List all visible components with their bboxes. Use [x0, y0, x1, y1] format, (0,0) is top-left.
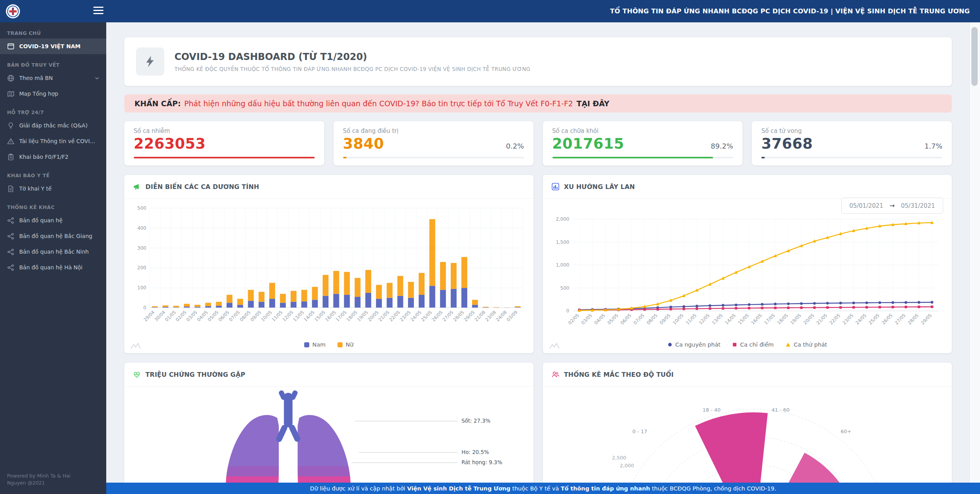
svg-text:500: 500	[137, 205, 146, 211]
chart-body: 0 - 1718 - 4041 - 6060+2,5002,000	[543, 387, 952, 494]
stat-value: 37668	[761, 135, 813, 152]
chart-body: 05001,0001,5002,00002/0503/0504/0505/050…	[543, 199, 952, 341]
bar-graph-icon	[552, 183, 559, 191]
svg-text:17/05: 17/05	[335, 309, 348, 322]
sidebar: TRANG CHỦCOVID-19 VIỆT NAMBẢN ĐỒ TRUY VẾ…	[0, 22, 106, 494]
sidebar-item[interactable]: COVID-19 VIỆT NAM	[0, 38, 106, 54]
share-icon	[7, 232, 15, 240]
chevron-down-icon	[95, 76, 99, 80]
chart-body: Sốt: 27.3%Ho: 20.5%Rát họng: 9.3%	[124, 387, 534, 494]
sidebar-item[interactable]: Bản đồ quan hệ Bắc Ninh	[0, 244, 106, 260]
legend-item[interactable]: Ca thứ phát	[786, 341, 827, 348]
sidebar-item[interactable]: Tài liệu Thông tin về COVID19	[0, 133, 106, 149]
footer-text: Dữ liệu được xử lí và cập nhật bởi	[310, 485, 407, 492]
sidebar-item[interactable]: Theo mã BN	[0, 70, 106, 86]
alert-report-link[interactable]: TẠI ĐÂY	[577, 99, 610, 108]
svg-text:11/05: 11/05	[270, 309, 283, 322]
document-icon	[7, 185, 15, 193]
svg-text:04/05: 04/05	[196, 309, 209, 322]
svg-text:18/05: 18/05	[776, 312, 789, 325]
svg-text:16/05: 16/05	[324, 309, 337, 322]
svg-text:19/05: 19/05	[789, 312, 802, 325]
top-header: TỔ THÔNG TIN ĐÁP ỨNG NHANH BCĐQG PC DỊCH…	[0, 0, 980, 22]
stat-percent: 0.2%	[506, 142, 524, 150]
svg-text:07/05: 07/05	[228, 309, 241, 322]
page-subtitle: THỐNG KÊ ĐỘC QUYỀN THUỘC TỔ THÔNG TIN ĐÁ…	[174, 66, 530, 72]
people-icon	[552, 370, 559, 378]
sidebar-item[interactable]: Tờ khai Y tế	[0, 181, 106, 196]
positive-cases-chart-card: DIỄN BIẾN CÁC CA DƯƠNG TÍNH 010020030040…	[124, 175, 534, 353]
chart-title: THỐNG KÊ MẮC THEO ĐỘ TUỔI	[564, 371, 674, 378]
chart-watermark-icon	[131, 342, 141, 349]
top-charts-row: DIỄN BIẾN CÁC CA DƯƠNG TÍNH 010020030040…	[124, 175, 952, 353]
stat-card: Số ca tử vong376681.7%	[752, 121, 952, 165]
svg-text:0: 0	[566, 308, 569, 314]
sidebar-section-title: BẢN ĐỒ TRUY VẾT	[0, 62, 106, 68]
sidebar-item-label: Tờ khai Y tế	[19, 185, 52, 192]
svg-text:25/05: 25/05	[867, 312, 880, 325]
stat-card: Số ca nhiễm2263053	[124, 121, 324, 165]
scrollbar-thumb[interactable]	[971, 27, 978, 86]
svg-text:09/05: 09/05	[658, 312, 671, 325]
svg-text:Ho: 20.5%: Ho: 20.5%	[461, 449, 489, 455]
svg-text:60+: 60+	[840, 429, 851, 434]
svg-text:23/05: 23/05	[399, 309, 412, 322]
footer-text: thuộc BCĐQG Phòng, chống dịch COVID-19.	[650, 485, 776, 492]
svg-text:17/05: 17/05	[763, 312, 776, 325]
stat-value: 3840	[343, 135, 384, 152]
sidebar-item[interactable]: Bản đồ quan hệ Bắc Giang	[0, 228, 106, 244]
stat-value: 2263053	[134, 135, 206, 152]
age-groups-polar-chart: 0 - 1718 - 4041 - 6060+2,5002,000	[550, 390, 945, 494]
svg-text:23/08: 23/08	[484, 309, 497, 322]
svg-text:10/05: 10/05	[260, 309, 273, 322]
chart-card-header: XU HƯỚNG LÂY LAN	[543, 175, 952, 199]
footer-bold-taskforce: Tổ thông tin đáp ứng nhanh	[561, 485, 650, 492]
sidebar-item[interactable]: Giải đáp thắc mắc (Q&A)	[0, 118, 106, 133]
chart-card-header: DIỄN BIẾN CÁC CA DƯƠNG TÍNH	[124, 175, 534, 199]
chart-title: XU HƯỚNG LÂY LAN	[564, 183, 635, 191]
svg-text:24/08: 24/08	[495, 309, 508, 322]
svg-text:22/05: 22/05	[388, 309, 401, 322]
header-brand-title: TỔ THÔNG TIN ĐÁP ỨNG NHANH BCĐQG PC DỊCH…	[610, 7, 980, 15]
range-start-date: 05/01/2021	[849, 202, 883, 209]
svg-text:02/05: 02/05	[567, 312, 580, 325]
sidebar-item[interactable]: Bản đồ quan hệ Hà Nội	[0, 260, 106, 275]
svg-text:0: 0	[143, 305, 147, 311]
sidebar-nav: TRANG CHỦCOVID-19 VIỆT NAMBẢN ĐỒ TRUY VẾ…	[0, 30, 106, 275]
map-icon	[7, 90, 15, 98]
dashboard-title-block: COVID-19 DASHBOARD (TỪ T1/2020) THỐNG KÊ…	[174, 51, 530, 72]
sidebar-item-label: Bản đồ quan hệ	[19, 217, 63, 223]
sidebar-item[interactable]: Khai báo F0/F1/F2	[0, 149, 106, 165]
svg-text:09/05: 09/05	[249, 309, 262, 322]
app-root: TỔ THÔNG TIN ĐÁP ỨNG NHANH BCĐQG PC DỊCH…	[0, 0, 980, 494]
svg-text:14/05: 14/05	[724, 312, 737, 325]
svg-text:15/05: 15/05	[737, 312, 750, 325]
svg-text:21/08: 21/08	[474, 309, 486, 322]
sidebar-item-label: COVID-19 VIỆT NAM	[19, 43, 80, 49]
sidebar-item-label: Tài liệu Thông tin về COVID19	[19, 138, 99, 144]
vertical-scrollbar[interactable]	[969, 22, 980, 494]
sidebar-item[interactable]: Map Tổng hợp	[0, 86, 106, 102]
sidebar-item[interactable]: Bản đồ quan hệ	[0, 212, 106, 228]
legend-item[interactable]: Nữ	[338, 341, 354, 348]
stat-label: Số ca tử vong	[761, 127, 942, 134]
svg-text:400: 400	[137, 225, 146, 231]
svg-text:18/05: 18/05	[345, 309, 358, 322]
svg-text:26/05: 26/05	[431, 309, 444, 322]
stat-card: Số ca đang điều trị38400.2%	[334, 121, 534, 165]
legend-item[interactable]: Ca nguyên phát	[668, 341, 720, 348]
svg-text:01/05: 01/05	[164, 309, 177, 322]
ministry-of-health-logo-icon	[5, 4, 20, 19]
date-range-picker[interactable]: 05/01/2021 → 05/31/2021	[841, 198, 943, 214]
svg-text:0 - 17: 0 - 17	[632, 429, 647, 434]
menu-toggle-button[interactable]	[93, 7, 103, 15]
svg-text:15/05: 15/05	[313, 309, 326, 322]
legend-item[interactable]: Ca chỉ điểm	[732, 341, 774, 348]
legend-item[interactable]: Nam	[304, 341, 326, 348]
svg-text:200: 200	[137, 265, 146, 271]
sidebar-item-label: Khai báo F0/F1/F2	[19, 154, 69, 160]
stat-label: Số ca chữa khỏi	[552, 127, 733, 134]
stat-card: Số ca chữa khỏi201761589.2%	[543, 121, 743, 165]
chart-body: 010020030040050029/0430/0401/0502/0503/0…	[124, 199, 534, 341]
svg-text:18 - 40: 18 - 40	[702, 407, 720, 413]
